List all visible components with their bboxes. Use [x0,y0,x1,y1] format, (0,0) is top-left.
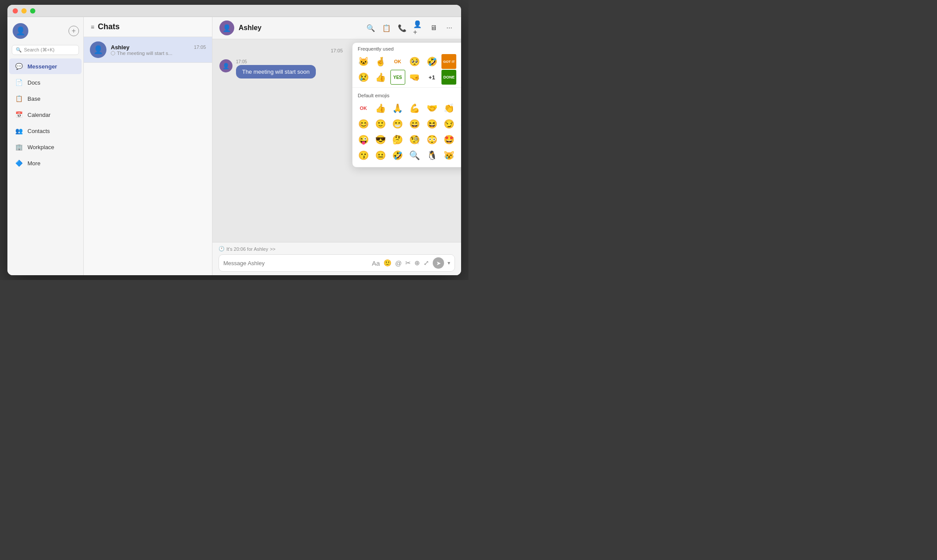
emoji-clap[interactable]: 👏 [441,101,456,116]
emoji-kiss[interactable]: 😗 [356,148,371,163]
emoji-pray[interactable]: 🙏 [390,101,405,116]
emoji-ok-text[interactable]: OK [390,54,405,69]
emoji-open-mouth[interactable]: 😆 [424,116,439,131]
emoji-cry3[interactable]: 😢 [459,132,462,147]
emoji-handshake[interactable]: 🤝 [424,101,439,116]
emoji-fist[interactable]: 🤜 [407,70,422,85]
sidebar-item-calendar[interactable]: 📅 Calendar [9,107,82,123]
sidebar-item-label: Messenger [27,63,57,70]
sidebar-item-label: Docs [27,79,41,86]
more-options-button[interactable]: ··· [445,23,454,33]
emoji-moon[interactable]: 🌑 [459,148,462,163]
emoji-heart[interactable]: 💝 [459,70,462,85]
add-member-button[interactable]: 👤+ [413,23,423,33]
avatar[interactable]: 👤 [13,23,28,39]
emoji-sunglasses[interactable]: 😎 [373,132,388,147]
message-input[interactable] [223,260,368,266]
emoji-smirk[interactable]: 😏 [441,116,456,131]
emoji-flushed[interactable]: 😳 [424,132,439,147]
sidebar-item-label: More [27,160,41,167]
search-icon: 🔍 [16,47,22,53]
emoji-thinking[interactable]: 🤔 [390,132,405,147]
emoji-big-grin[interactable]: 😄 [407,116,422,131]
emoji-slight-smile[interactable]: 🙂 [373,116,388,131]
emoji-grin[interactable]: 😁 [390,116,405,131]
emoji-thumbs-up[interactable]: 👍 [373,70,388,85]
workplace-icon: 🏢 [14,143,23,151]
chat-header-actions: 🔍 📋 📞 👤+ 🖥 ··· [366,23,454,33]
sidebar-item-label: Base [27,96,41,102]
emoji-cry2[interactable]: 😢 [356,70,371,85]
emoji-neutral[interactable]: 😐 [373,148,388,163]
note-button[interactable]: 📋 [382,23,391,33]
chat-list-panel: ≡ Chats 👤 Ashley 17:05 The meeting will … [84,17,212,275]
maximize-button[interactable] [30,8,35,14]
message-input-row: Aa 🙂 @ ✂ ⊕ ⤢ ➤ ▾ [219,254,455,272]
frequently-used-grid: 🐱 🤞 OK 🥺 🤣 GOT IT 🙄 😢 👍 YES 🤜 +1 DONE 💝 [352,53,461,85]
base-icon: 📋 [14,94,23,103]
emoji-cry-sweat[interactable]: 🥺 [407,54,422,69]
sidebar-item-contacts[interactable]: 👥 Contacts [9,123,82,139]
expand-icon[interactable]: ⤢ [424,259,429,267]
close-button[interactable] [13,8,18,14]
chat-item-info: Ashley 17:05 The meeting will start s... [111,44,206,56]
add-icon[interactable]: ⊕ [414,259,420,267]
search-bar[interactable]: 🔍 Search (⌘+K) [12,45,79,55]
send-button[interactable]: ➤ [433,257,444,269]
emoji-picker: Frequently used 🐱 🤞 OK 🥺 🤣 GOT IT 🙄 😢 👍 … [352,42,461,167]
default-emojis-title: Default emojis [352,89,461,100]
emoji-wink-tongue[interactable]: 😜 [356,132,371,147]
call-button[interactable]: 📞 [397,23,407,33]
emoji-got-it[interactable]: GOT IT [441,54,456,69]
font-icon[interactable]: Aa [372,260,380,267]
new-chat-button[interactable]: + [68,26,79,36]
emoji-input-icon[interactable]: 🙂 [383,259,392,267]
message-time: 17:05 [236,59,316,64]
emoji-smile[interactable]: 😊 [356,116,371,131]
send-dropdown-icon[interactable]: ▾ [448,260,450,266]
footer-info-text: It's 20:06 for Ashley [226,246,268,252]
sidebar-item-messenger[interactable]: 💬 Messenger [9,58,82,74]
mention-icon[interactable]: @ [395,260,402,267]
emoji-cat[interactable]: 🐱 [356,54,371,69]
scissors-icon[interactable]: ✂ [405,259,411,267]
emoji-done[interactable]: DONE [441,70,456,85]
emoji-search[interactable]: 🔍 [407,148,422,163]
clock-icon: 🕐 [219,246,225,252]
docs-icon: 📄 [14,78,23,87]
minimize-button[interactable] [21,8,27,14]
emoji-fist2[interactable]: 🤜 [459,101,462,116]
message-content: 17:05 The meeting will start soon [236,59,316,79]
emoji-yes[interactable]: YES [390,70,405,85]
emoji-thumbs-up2[interactable]: 👍 [373,101,388,116]
emoji-star-struck[interactable]: 🤩 [441,132,456,147]
default-emojis-grid: OK 👍 🙏 💪 🤝 👏 🤜 +1 😊 🙂 😁 😄 😆 😏 😂 [352,100,461,164]
emoji-monocle[interactable]: 🧐 [407,132,422,147]
emoji-ok2[interactable]: OK [356,101,371,116]
emoji-muscle[interactable]: 💪 [407,101,422,116]
emoji-laugh-cry2[interactable]: 😂 [459,116,462,131]
sidebar-item-base[interactable]: 📋 Base [9,91,82,106]
sidebar-item-more[interactable]: 🔷 More [9,155,82,171]
chat-item-time: 17:05 [194,44,206,50]
emoji-penguin[interactable]: 🐧 [424,148,439,163]
chat-list-item[interactable]: 👤 Ashley 17:05 The meeting will start s.… [84,37,212,63]
emoji-fingers-crossed[interactable]: 🤞 [373,54,388,69]
screen-share-button[interactable]: 🖥 [429,23,438,33]
sidebar-item-workplace[interactable]: 🏢 Workplace [9,139,82,155]
emoji-cry-cat[interactable]: 😿 [441,148,456,163]
search-chat-button[interactable]: 🔍 [366,23,376,33]
sidebar-top-row: 👤 + [7,20,83,41]
sidebar-item-docs[interactable]: 📄 Docs [9,75,82,90]
search-placeholder: Search (⌘+K) [24,47,55,53]
emoji-rofl[interactable]: 🤣 [390,148,405,163]
emoji-side-eye[interactable]: 🙄 [459,54,462,69]
preview-status-dot [111,51,115,55]
app-window: 👤 + 🔍 Search (⌘+K) 💬 Messenger 📄 Docs 📋 [7,5,461,275]
chat-header: 👤 Ashley 🔍 📋 📞 👤+ 🖥 ··· [212,17,461,39]
chat-list-title: Chats [98,22,120,31]
emoji-plus-one[interactable]: +1 [424,70,439,85]
chats-list-icon: ≡ [91,24,94,31]
chat-preview-text: The meeting will start s... [117,51,172,56]
emoji-laugh-cry[interactable]: 🤣 [424,54,439,69]
